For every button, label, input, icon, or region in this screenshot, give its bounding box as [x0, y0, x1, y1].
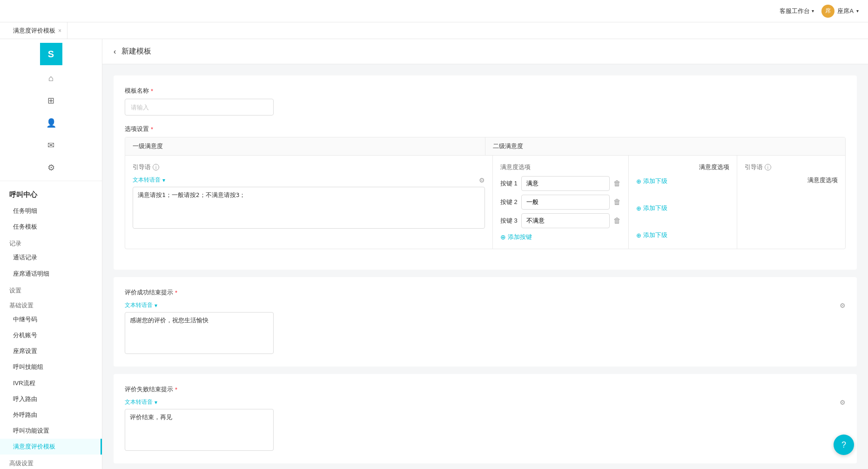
key-label-2: 按键 2	[500, 198, 518, 206]
sidebar-grid-icon[interactable]: ⊞	[42, 91, 61, 110]
option-delete-1[interactable]: 🗑	[613, 179, 621, 188]
sidebar-section-basic: 基础设置	[0, 297, 102, 312]
main-content: ‹ 新建模板 模板名称 * 选项设置 *	[102, 39, 868, 469]
sidebar-item-agent-settings[interactable]: 座席设置	[0, 343, 102, 359]
sidebar-item-satisfaction-template[interactable]: 满意度评价模板	[0, 439, 102, 455]
help-icon: ?	[841, 440, 846, 450]
add-sublevel-1[interactable]: ⊕ 添加下级	[636, 177, 729, 185]
failure-convert-chevron: ▾	[155, 399, 157, 406]
option-delete-2[interactable]: 🗑	[613, 198, 621, 206]
add-sublevel-2[interactable]: ⊕ 添加下级	[636, 204, 729, 212]
tabbar: 满意度评价模板 ×	[0, 22, 868, 39]
add-sublevel-1-plus-icon: ⊕	[636, 178, 641, 185]
option-delete-3[interactable]: 🗑	[613, 217, 621, 225]
option-input-3[interactable]	[521, 213, 610, 228]
options-required-indicator: *	[151, 126, 153, 133]
right-panel: 满意度选项 按键 1 🗑	[493, 156, 845, 249]
option-row-2: 按键 2 🗑	[500, 195, 621, 210]
user-menu-btn[interactable]: 席 座席A ▾	[821, 5, 859, 18]
user-chevron-icon: ▾	[856, 8, 859, 14]
add-sublevel-3[interactable]: ⊕ 添加下级	[636, 231, 729, 239]
failure-text-convert-bar: 文本转语音 ▾ ⚙	[125, 398, 846, 406]
add-key-plus-icon: ⊕	[500, 233, 506, 241]
sidebar-user-icon[interactable]: 👤	[42, 114, 61, 132]
option-input-1[interactable]	[521, 176, 610, 191]
sidebar-item-extension-account[interactable]: 分机账号	[0, 327, 102, 343]
satisfaction-options-col: 满意度选项 按键 1 🗑	[493, 156, 629, 249]
failure-prompt-textarea[interactable]: 评价结束，再见	[125, 409, 274, 451]
sidebar-item-outbound-routing[interactable]: 外呼路由	[0, 407, 102, 423]
level2-options-header: 满意度选项	[636, 163, 729, 171]
failure-text-convert-btn[interactable]: 文本转语音 ▾	[125, 398, 157, 406]
template-name-label: 模板名称 *	[125, 87, 846, 95]
sidebar-item-call-features[interactable]: 呼叫功能设置	[0, 423, 102, 439]
level2-options-title: 满意度选项	[699, 163, 729, 171]
sidebar-item-ivr[interactable]: IVR流程	[0, 375, 102, 391]
guide-textarea[interactable]: 满意请按1；一般请按2；不满意请按3；	[133, 187, 485, 229]
tab-label: 满意度评价模板	[13, 27, 55, 35]
failure-settings-icon[interactable]: ⚙	[840, 399, 846, 406]
sidebar-mail-icon[interactable]: ✉	[42, 136, 61, 155]
sidebar-item-inbound-routing[interactable]: 呼入路由	[0, 391, 102, 407]
avatar: 席	[821, 5, 834, 18]
sidebar-item-task-template[interactable]: 任务模板	[0, 219, 102, 235]
level2-header: 二级满意度	[485, 137, 845, 155]
options-setting-field: 选项设置 * 一级满意度 二级满意度	[125, 125, 846, 249]
form-body: 模板名称 * 选项设置 * 一级满意度 二级满意度	[102, 64, 868, 469]
sidebar-item-call-records[interactable]: 通话记录	[0, 250, 102, 265]
template-name-field: 模板名称 *	[125, 87, 846, 116]
guide-info-icon[interactable]: i	[153, 164, 159, 170]
sidebar-nav: 呼叫中心 任务明细 任务模板 记录 通话记录 座席通话明细 设置 基础设置 中继…	[0, 181, 102, 469]
sidebar-section-records: 记录	[0, 235, 102, 250]
user-label: 座席A	[837, 7, 854, 15]
add-sublevel-3-plus-icon: ⊕	[636, 232, 641, 239]
satisfaction-options-list: 按键 1 🗑 按键 2	[500, 176, 621, 228]
sidebar-home-icon[interactable]: ⌂	[42, 69, 61, 88]
failure-prompt-section: 评价失败结束提示 * 文本转语音 ▾ ⚙ 评价结束，再见	[114, 374, 857, 463]
success-settings-icon[interactable]: ⚙	[840, 302, 846, 309]
key-label-3: 按键 3	[500, 217, 518, 225]
sidebar-item-relay-number[interactable]: 中继号码	[0, 312, 102, 327]
level1-header: 一级满意度	[125, 137, 485, 155]
level2-guide-info-icon[interactable]: i	[765, 164, 771, 170]
help-button[interactable]: ?	[834, 435, 854, 455]
guide-settings-icon[interactable]: ⚙	[479, 177, 485, 184]
success-prompt-label: 评价成功结束提示 *	[125, 288, 846, 297]
logo: S	[40, 43, 62, 65]
level2-guide-label: 引导语 i	[745, 163, 838, 171]
level1-content: 引导语 i 文本转语音 ▾ ⚙ 满意请	[125, 156, 493, 249]
tab-satisfaction-template[interactable]: 满意度评价模板 ×	[7, 22, 67, 39]
key-label-1: 按键 1	[500, 179, 518, 188]
options-setting-container: 一级满意度 二级满意度 引导语 i	[125, 137, 846, 249]
sidebar-item-agent-call-detail[interactable]: 座席通话明细	[0, 266, 102, 282]
success-required-indicator: *	[175, 289, 177, 296]
level2-options-label: 满意度选项	[807, 177, 838, 184]
option-input-2[interactable]	[521, 195, 610, 210]
text-convert-btn[interactable]: 文本转语音 ▾	[133, 176, 165, 184]
success-convert-chevron: ▾	[155, 302, 157, 309]
success-text-convert-btn[interactable]: 文本转语音 ▾	[125, 301, 157, 309]
sidebar-item-skill-group[interactable]: 呼叫技能组	[0, 359, 102, 375]
required-indicator: *	[151, 88, 153, 95]
option-row-1: 按键 1 🗑	[500, 176, 621, 191]
satisfaction-options-label: 满意度选项	[500, 163, 621, 171]
level2-guide-col: 引导语 i 满意度选项	[737, 156, 845, 249]
options-body: 引导语 i 文本转语音 ▾ ⚙ 满意请	[125, 156, 845, 249]
template-name-input[interactable]	[125, 99, 274, 116]
back-button[interactable]: ‹	[114, 48, 116, 56]
option-row-3: 按键 3 🗑	[500, 213, 621, 228]
tab-close-btn[interactable]: ×	[58, 27, 61, 34]
add-key-button[interactable]: ⊕ 添加按键	[500, 233, 621, 241]
level2-options-right: 满意度选项	[745, 176, 838, 184]
template-name-section: 模板名称 * 选项设置 * 一级满意度 二级满意度	[114, 75, 857, 270]
layout: S ⌂ ⊞ 👤 ✉ ⚙ 呼叫中心 任务明细 任务模板 记录 通话记录 座席通话明…	[0, 39, 868, 469]
sidebar: S ⌂ ⊞ 👤 ✉ ⚙ 呼叫中心 任务明细 任务模板 记录 通话记录 座席通话明…	[0, 39, 102, 469]
success-prompt-textarea[interactable]: 感谢您的评价，祝您生活愉快	[125, 312, 274, 354]
text-convert-chevron: ▾	[162, 177, 165, 184]
service-workspace-btn[interactable]: 客服工作台 ▾	[780, 7, 814, 15]
sidebar-settings-icon[interactable]: ⚙	[42, 158, 61, 177]
sidebar-item-task-detail[interactable]: 任务明细	[0, 203, 102, 219]
sidebar-title: 呼叫中心	[0, 185, 102, 203]
options-columns: 满意度选项 按键 1 🗑	[493, 156, 845, 249]
success-text-convert-bar: 文本转语音 ▾ ⚙	[125, 301, 846, 309]
